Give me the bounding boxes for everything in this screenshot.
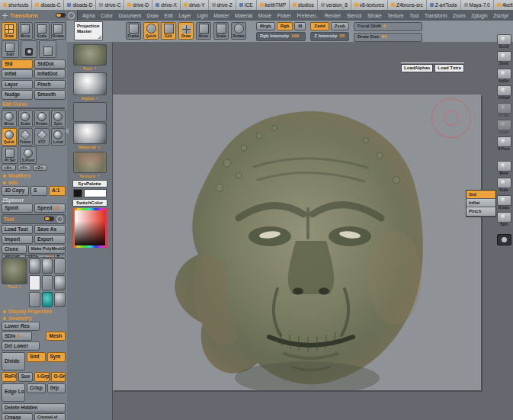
mesh-button[interactable]: Mesh (46, 332, 66, 341)
mirror-x-button[interactable]: >X< (2, 165, 16, 172)
menu-item-zoom[interactable]: Zoom (453, 13, 466, 18)
nav-move-button[interactable]: Move (497, 161, 511, 175)
scroll-button[interactable]: Scroll (497, 34, 511, 49)
edit-button[interactable]: Edit (161, 22, 176, 40)
nav-scale-button[interactable]: Scale (497, 178, 511, 192)
edit-mode-button[interactable]: Edit (2, 40, 19, 58)
make-polymesh-button[interactable]: Make PolyMesh3D (28, 245, 66, 254)
mirror-y-button[interactable]: >Y< (18, 165, 32, 172)
top-tab[interactable]: drive-D (124, 0, 152, 10)
top-tab[interactable]: drive-Z (209, 0, 236, 10)
frame-button[interactable]: Frame (126, 22, 141, 40)
main-color-swatch[interactable] (84, 189, 107, 197)
igrp-toggle[interactable]: I-Grp (34, 372, 50, 381)
alpha-thumbnail[interactable] (73, 72, 107, 95)
top-tab[interactable]: Z-artTools (427, 0, 461, 10)
draw-mode-button[interactable]: Draw (2, 22, 17, 40)
tool-toggle[interactable] (44, 216, 54, 221)
tool-thumbnail[interactable] (54, 275, 66, 290)
local-button[interactable]: Local (497, 120, 511, 134)
top-tab[interactable]: keithTMP (257, 0, 290, 10)
orient-rotate-button[interactable]: Rotate (34, 110, 50, 127)
tray-divider-handle[interactable] (65, 128, 69, 134)
edit-curve-ramp[interactable] (2, 107, 65, 109)
tool-thumbnail[interactable] (42, 275, 53, 290)
texture-thumbnail[interactable] (73, 152, 107, 173)
brush-pinch-button[interactable]: Pinch (34, 80, 66, 89)
load-alphas-button[interactable]: LoadAlphas (401, 64, 433, 72)
menu-item-zplugin[interactable]: Zplugin (471, 13, 487, 18)
markers-button[interactable] (39, 40, 56, 58)
crease-lvl-button[interactable]: CreaseLvl (34, 413, 66, 420)
menu-item-color[interactable]: Color (101, 13, 113, 18)
menu-item-layer[interactable]: Layer (178, 13, 191, 18)
saturation-square[interactable] (75, 210, 105, 245)
menu-item-stroke[interactable]: Stroke (367, 13, 382, 18)
aahalf-button[interactable]: AAHalf (497, 85, 511, 100)
tool-thumbnail-active[interactable] (42, 292, 53, 307)
save-as-button[interactable]: Save As (34, 225, 66, 234)
brush-layer-button[interactable]: Layer (2, 80, 33, 89)
refit-toggle[interactable]: ReFit (2, 372, 17, 381)
material-tray-label[interactable]: Material (79, 145, 96, 150)
alpha-tray-label[interactable]: Alpha (81, 96, 94, 101)
smt-toggle[interactable]: Smt (27, 352, 45, 362)
top-tab[interactable]: shortcuts (0, 0, 32, 10)
orient-scale-button[interactable]: Scale (18, 110, 34, 127)
menu-item-stencil[interactable]: Stencil (347, 13, 362, 18)
speed-slider[interactable]: Speed16 (34, 204, 66, 213)
color-picker[interactable] (72, 208, 107, 248)
cycle-icon[interactable] (56, 216, 63, 223)
suv-toggle[interactable]: Suv (18, 372, 34, 381)
copy-3d-button[interactable]: 3D Copy (2, 186, 29, 195)
top-tab[interactable]: drive-C (96, 0, 124, 10)
import-button[interactable]: Import (2, 235, 33, 244)
draw-button[interactable]: Draw (178, 22, 194, 40)
brush-stddot-button[interactable]: StdDot (34, 59, 66, 69)
tool-thumbnail[interactable] (73, 44, 107, 66)
mrgb-button[interactable]: Mrgb (256, 22, 275, 30)
lower-res-button[interactable]: Lower Res (2, 322, 40, 331)
nav-rotate-button[interactable]: Rotate (497, 195, 511, 210)
menu-item-texture[interactable]: Texture (387, 13, 403, 18)
brush-std-button[interactable]: Std (2, 59, 33, 69)
orient-spin-button[interactable]: Spin (51, 110, 66, 127)
menu-item-tool[interactable]: Tool (409, 13, 418, 18)
top-tab[interactable]: Z4bruns-src (388, 0, 427, 10)
menu-item-marker[interactable]: Marker (213, 13, 229, 18)
switchcolor-button[interactable]: SwitchColor (72, 199, 107, 207)
menu-item-transform[interactable]: Transform (425, 13, 447, 18)
menu-item-render[interactable]: Render (325, 13, 341, 18)
menu-item-movie[interactable]: Movie (258, 13, 271, 18)
brush-smooth-button[interactable]: Smooth (34, 90, 66, 99)
menu-item-picker[interactable]: Picker (277, 13, 291, 18)
popup-item-inflat[interactable]: Inflat (467, 199, 495, 207)
menu-item-edit[interactable]: Edit (165, 13, 173, 18)
quick-button[interactable]: Quick (2, 128, 17, 146)
orient-move-button[interactable]: Move (2, 110, 17, 127)
top-tab[interactable]: ICE (236, 0, 257, 10)
zadd-button[interactable]: Zadd (310, 22, 329, 30)
texture-tray-label[interactable]: Texture (79, 174, 95, 179)
top-tab[interactable]: v8-textures (351, 0, 388, 10)
clone-button[interactable]: Clone (2, 245, 27, 254)
tool-thumbnail-selected[interactable] (29, 275, 40, 290)
del-lower-button[interactable]: Del Lower (2, 341, 40, 351)
tool-thumbnail[interactable] (54, 258, 66, 274)
top-tab[interactable]: dloads-C (32, 0, 64, 10)
a1-button[interactable]: A:1 (49, 186, 66, 195)
ogrp-toggle[interactable]: O-Grp (51, 372, 66, 381)
current-tool-thumbnail[interactable] (2, 258, 27, 284)
menu-item-zscript[interactable]: Zscript (493, 13, 508, 18)
sym-toggle[interactable]: Sym (47, 352, 66, 362)
move-button[interactable]: Move (196, 22, 211, 40)
popup-item-pinch[interactable]: Pinch (467, 207, 495, 216)
zoom-button[interactable]: Zoom (497, 51, 511, 66)
local-button[interactable]: Local (51, 128, 66, 146)
tool-name-field[interactable]: george__FINAL__. 49 R (2, 255, 66, 258)
set-pivot-button[interactable]: S.Pivot (497, 136, 511, 151)
rotate-mode-button[interactable]: Rotate (51, 22, 66, 40)
rgb-intensity-slider[interactable]: Rgb Intensity 100 (256, 32, 306, 41)
tool-palette-header[interactable]: Tool (2, 214, 66, 224)
frame-button[interactable]: Frame (18, 128, 34, 146)
